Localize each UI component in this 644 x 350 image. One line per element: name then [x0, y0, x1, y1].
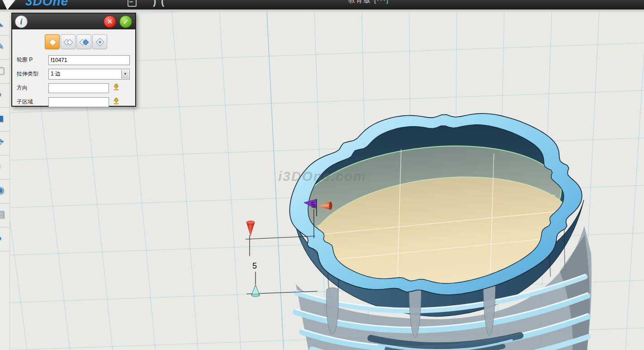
subregion-pick-icon[interactable] — [113, 98, 120, 107]
cancel-button[interactable]: ✕ — [104, 15, 116, 28]
extrude-type-value: 1 边 — [49, 70, 121, 78]
red-cone-base — [246, 221, 255, 224]
dropdown-arrow-icon[interactable]: ▼ — [121, 70, 129, 79]
sidebar-tool-basic-edit[interactable]: ◼ — [0, 108, 9, 132]
sidebar-tool-material[interactable]: ● — [0, 227, 9, 251]
subregion-row: 子区域 — [17, 95, 135, 109]
extrude-symmetric-button[interactable] — [76, 34, 91, 49]
dimension-value: 5 — [252, 261, 257, 270]
dialog-header: i ✕ ✓ — [12, 14, 135, 29]
extrude-drag-handle-red[interactable] — [246, 222, 255, 236]
sidebar-tool-deform[interactable]: ◉ — [0, 180, 9, 203]
confirm-button[interactable]: ✓ — [119, 15, 132, 28]
basic-solids-icon: ◣ — [0, 17, 3, 27]
sidebar-tool-combine[interactable]: ◖ — [0, 156, 9, 180]
extrude-to-face-button[interactable] — [92, 34, 107, 49]
sketch-icon: ✎ — [0, 41, 4, 51]
sidebar-tool-sketch-edit[interactable]: ▢ — [0, 60, 9, 84]
window-title: 教育版 [···] — [348, 0, 389, 5]
toolbar-strip — [0, 9, 644, 12]
extrude-one-side-button[interactable] — [45, 34, 60, 49]
measure-icon: ▤ — [0, 209, 5, 218]
extrude-type-label: 拉伸类型 — [17, 70, 48, 78]
watermark: i3DOne.com — [278, 169, 366, 184]
direction-row: 方向 — [17, 81, 135, 95]
pattern-icon: ⟳ — [0, 137, 4, 147]
profile-label: 轮廓 P — [17, 56, 48, 64]
document-icon[interactable] — [128, 0, 137, 7]
profile-input[interactable] — [48, 55, 130, 65]
cyan-cone-base — [251, 294, 260, 297]
special-shapes-icon: ◕ — [0, 89, 2, 99]
title-bar: 3DOne ) ( 教育版 [···] — [0, 0, 644, 9]
sidebar-tool-measure[interactable]: ▤ — [0, 203, 9, 227]
basic-edit-icon: ◼ — [0, 113, 4, 123]
material-icon: ● — [0, 233, 2, 242]
direction-pick-icon[interactable] — [113, 84, 120, 93]
app-logo-mark — [0, 0, 18, 9]
orange-cone-base — [329, 202, 332, 210]
deform-icon: ◉ — [0, 185, 4, 194]
sidebar-tool-basic-solids[interactable]: ◣ — [0, 12, 9, 36]
direction-input[interactable] — [48, 83, 109, 93]
subregion-input[interactable] — [48, 97, 109, 107]
one-diamond-icon — [47, 37, 57, 47]
combine-icon: ◖ — [0, 161, 2, 170]
sidebar-tool-pattern[interactable]: ⟳ — [0, 132, 9, 156]
two-diamonds-icon — [63, 37, 73, 47]
arc-right-icon[interactable]: ( — [161, 0, 164, 7]
subregion-label: 子区域 — [17, 98, 48, 106]
sidebar-tool-special-shapes[interactable]: ◕ — [0, 84, 9, 108]
direction-label: 方向 — [17, 84, 48, 92]
extrude-two-sides-button[interactable] — [61, 34, 76, 49]
extrude-type-row: 拉伸类型 1 边 ▼ — [17, 67, 135, 81]
info-icon: i — [15, 15, 28, 28]
offset-value: 5 — [311, 201, 315, 209]
sketch-edit-icon: ▢ — [0, 65, 5, 75]
start-marker-cyan-cone[interactable] — [251, 285, 260, 295]
arc-left-icon[interactable]: ) — [153, 0, 156, 7]
app-logo: 3DOne — [25, 0, 68, 9]
tool-sidebar: ◣ ✎ ▢ ◕ ◼ ⟳ ◖ ◉ ▤ ● — [0, 12, 10, 350]
profile-row: 轮廓 P — [17, 53, 135, 67]
extrude-type-buttons — [45, 34, 135, 49]
extrude-type-select[interactable]: 1 边 ▼ — [48, 69, 130, 80]
diamond-blue-diamond-icon — [79, 37, 89, 47]
extrude-dialog: i ✕ ✓ 轮廓 — [11, 13, 136, 107]
diamond-arrows-icon — [95, 37, 105, 47]
sidebar-tool-sketch[interactable]: ✎ — [0, 36, 9, 60]
